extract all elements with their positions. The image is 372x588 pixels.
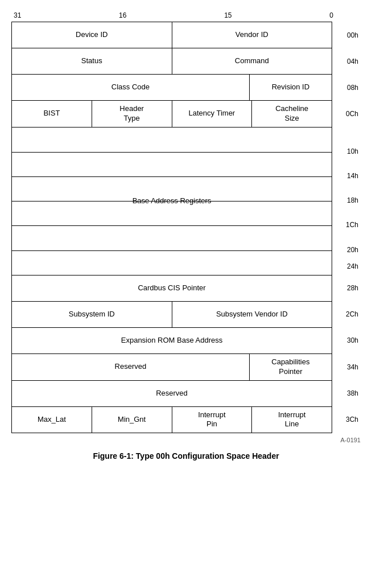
bar-divider-5 (12, 250, 332, 251)
cell-vendor-id: Vendor ID (172, 22, 333, 48)
row-34h: Reserved CapabilitiesPointer 34h (12, 354, 332, 381)
bit-0: 0 (329, 11, 333, 19)
bar-divider-4 (12, 225, 332, 226)
row-38h: Reserved 38h (12, 381, 332, 407)
cell-class-code: Class Code (12, 75, 250, 100)
addr-34h: 34h (347, 363, 358, 371)
addr-38h: 38h (347, 389, 358, 397)
addr-08h: 08h (347, 84, 358, 92)
addr-24h: 24h (347, 262, 358, 270)
cell-reserved-38h: Reserved (12, 381, 332, 406)
addr-20h: 20h (347, 246, 358, 254)
diagram-border: Device ID Vendor ID 00h Status Command 0… (11, 22, 332, 433)
cell-subsystem-vendor-id: Subsystem Vendor ID (172, 302, 333, 327)
cell-interrupt-line: InterruptLine (252, 407, 332, 433)
row-04h: Status Command 04h (12, 48, 332, 75)
addr-14h: 14h (347, 172, 358, 180)
cell-reserved-34h: Reserved (12, 354, 250, 380)
bit-31: 31 (14, 11, 21, 19)
addr-04h: 04h (347, 57, 358, 65)
bit-15: 15 (224, 11, 232, 19)
cell-subsystem-id: Subsystem ID (12, 302, 172, 327)
addr-10h: 10h (347, 147, 358, 155)
row-30h: Expansion ROM Base Address 30h (12, 328, 332, 354)
addr-3ch: 3Ch (346, 416, 358, 423)
cell-bist: BIST (12, 101, 92, 127)
cell-min-gnt: Min_Gnt (92, 407, 172, 433)
cell-device-id: Device ID (12, 22, 172, 48)
addr-00h: 00h (347, 31, 358, 39)
cell-command: Command (172, 48, 333, 74)
row-00h: Device ID Vendor ID 00h (12, 22, 332, 48)
addr-18h: 18h (347, 196, 358, 204)
addr-2ch: 2Ch (346, 310, 358, 318)
bar-divider-1 (12, 152, 332, 153)
page-wrapper: 31 16 15 0 Device ID Vendor ID 00h Statu… (11, 11, 361, 460)
addr-0ch: 0Ch (346, 110, 358, 118)
figure-id: A-0191 (341, 437, 361, 443)
cell-expansion-rom: Expansion ROM Base Address (12, 328, 332, 353)
cell-status: Status (12, 48, 172, 74)
diagram: Device ID Vendor ID 00h Status Command 0… (11, 22, 332, 433)
cell-revision-id: Revision ID (250, 75, 332, 100)
bar-divider-2 (12, 176, 332, 177)
cell-interrupt-pin: InterruptPin (172, 407, 253, 433)
row-0ch: BIST HeaderType Latency Timer CachelineS… (12, 101, 332, 128)
cell-max-lat: Max_Lat (12, 407, 92, 433)
row-28h: Cardbus CIS Pointer 28h (12, 276, 332, 302)
figure-caption: Figure 6-1: Type 00h Configuration Space… (11, 451, 361, 460)
row-08h: Class Code Revision ID 08h (12, 75, 332, 101)
cell-capabilities-pointer: CapabilitiesPointer (250, 354, 332, 380)
cell-cacheline-size: CachelineSize (252, 101, 332, 127)
bit-labels: 31 16 15 0 (11, 11, 361, 22)
row-bar: Base Address Registers 10h 14h 18h 1Ch 2… (12, 128, 332, 276)
addr-30h: 30h (347, 336, 358, 344)
addr-1ch: 1Ch (346, 221, 358, 229)
addr-28h: 28h (347, 284, 358, 292)
row-2ch: Subsystem ID Subsystem Vendor ID 2Ch (12, 302, 332, 328)
bar-divider-3 (12, 201, 332, 202)
cell-cardbus-cis: Cardbus CIS Pointer (12, 276, 332, 301)
footer-label: A-0191 (11, 437, 361, 443)
cell-header-type: HeaderType (92, 101, 172, 127)
row-3ch: Max_Lat Min_Gnt InterruptPin InterruptLi… (12, 407, 332, 434)
cell-latency-timer: Latency Timer (172, 101, 253, 127)
bit-16: 16 (119, 11, 126, 19)
